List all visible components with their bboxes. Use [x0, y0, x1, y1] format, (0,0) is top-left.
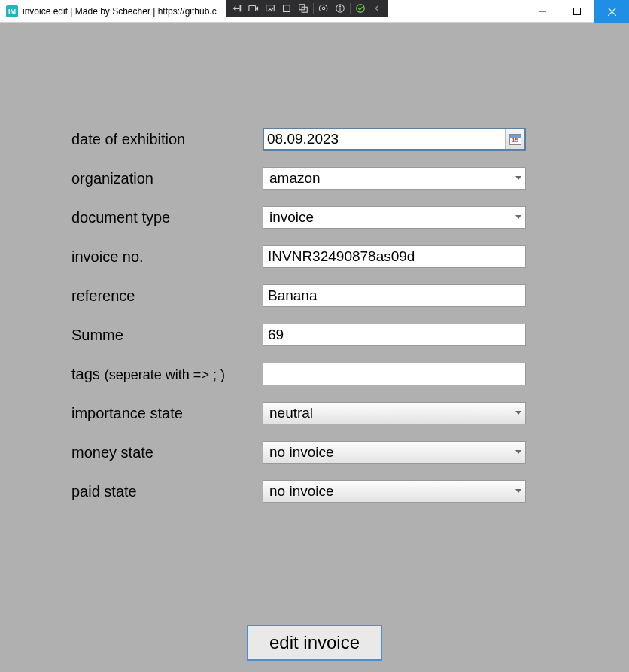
chevron-left-icon[interactable] [369, 0, 385, 17]
chevron-down-icon [512, 176, 525, 181]
status-ok-icon[interactable] [352, 0, 369, 17]
svg-point-6 [322, 7, 325, 10]
label-invoiceno: invoice no. [71, 248, 263, 266]
label-paid: paid state [71, 483, 263, 500]
row-paid: paid state no invoice [71, 479, 530, 504]
row-importance: importance state neutral [71, 400, 530, 426]
separator [350, 3, 351, 14]
row-invoiceno: invoice no. [71, 244, 530, 269]
importance-value: neutral [263, 405, 512, 421]
client-area: date of exhibition 15 organization amazo… [0, 23, 629, 672]
organization-combo[interactable]: amazon [263, 167, 526, 190]
debug-toolbar [226, 0, 388, 17]
maximize-button[interactable] [560, 0, 594, 23]
label-importance: importance state [71, 405, 263, 422]
organization-value: amazon [263, 170, 512, 187]
label-tags: tags [71, 366, 100, 383]
overlay-icon[interactable] [295, 0, 311, 17]
label-sum: Summe [71, 327, 263, 344]
svg-rect-1 [249, 6, 256, 11]
chevron-down-icon [512, 411, 525, 415]
reference-input[interactable] [263, 284, 526, 307]
row-money: money state no invoice [71, 439, 530, 465]
square-icon[interactable] [278, 0, 295, 17]
label-organization: organization [71, 170, 263, 187]
accessibility-icon[interactable] [332, 0, 348, 17]
calendar-button[interactable]: 15 [505, 129, 524, 149]
svg-rect-0 [240, 5, 242, 12]
money-combo[interactable]: no invoice [263, 441, 526, 464]
row-doctype: document type invoice [71, 205, 530, 230]
title-bar: IM invoice edit | Made by Schecher | htt… [0, 0, 629, 23]
svg-point-8 [339, 5, 341, 7]
debug-step-icon[interactable] [229, 0, 245, 17]
separator [313, 3, 314, 14]
label-date: date of exhibition [71, 131, 263, 148]
close-button[interactable] [594, 0, 629, 23]
submit-area: edit invoice [0, 625, 629, 661]
form-panel: date of exhibition 15 organization amazo… [0, 23, 629, 672]
chevron-down-icon [512, 450, 525, 455]
importance-combo[interactable]: neutral [263, 402, 526, 424]
app-icon: IM [6, 5, 18, 17]
svg-rect-3 [284, 5, 290, 12]
chevron-down-icon [512, 215, 525, 220]
paid-combo[interactable]: no invoice [263, 480, 526, 503]
row-sum: Summe [71, 322, 530, 348]
date-picker[interactable]: 15 [263, 128, 526, 151]
svg-rect-11 [574, 8, 581, 15]
invoiceno-input[interactable] [263, 245, 526, 268]
paid-value: no invoice [263, 483, 512, 500]
screenshot-icon[interactable] [262, 0, 278, 17]
label-doctype: document type [71, 209, 263, 227]
minimize-button[interactable] [525, 0, 560, 23]
row-reference: reference [71, 283, 530, 309]
record-icon[interactable] [245, 0, 262, 17]
sum-input[interactable] [263, 324, 526, 346]
window-controls [525, 0, 629, 23]
row-tags: tags (seperate with => ; ) [71, 361, 530, 387]
date-input[interactable] [264, 129, 505, 149]
money-value: no invoice [263, 444, 512, 461]
row-date: date of exhibition 15 [71, 126, 530, 152]
label-reference: reference [71, 287, 263, 305]
doctype-combo[interactable]: invoice [263, 206, 526, 229]
wifi-icon[interactable] [315, 0, 332, 17]
window-title: invoice edit | Made by Schecher | https:… [23, 6, 217, 17]
tags-hint: (seperate with => ; ) [105, 367, 225, 383]
doctype-value: invoice [263, 209, 512, 226]
row-organization: organization amazon [71, 166, 530, 191]
calendar-icon: 15 [509, 134, 521, 145]
edit-invoice-button[interactable]: edit invoice [247, 625, 382, 661]
chevron-down-icon [512, 489, 525, 494]
label-money: money state [71, 444, 263, 461]
invoice-form: date of exhibition 15 organization amazo… [71, 126, 530, 518]
tags-input[interactable] [263, 363, 526, 385]
svg-rect-10 [539, 11, 546, 12]
